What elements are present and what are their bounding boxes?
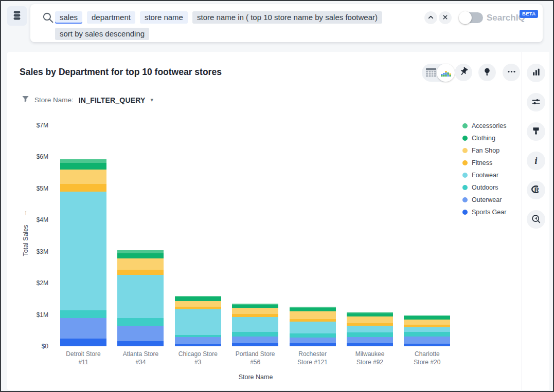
info-button[interactable]: i: [527, 152, 545, 170]
ellipsis-icon: [507, 67, 516, 78]
bar-segment[interactable]: [60, 318, 106, 339]
bar-segment[interactable]: [60, 339, 106, 346]
x-axis-title: Store Name: [60, 374, 451, 381]
legend-label: Outerwear: [472, 196, 502, 203]
legend-item[interactable]: Outdoors: [462, 181, 506, 194]
search-token[interactable]: sales: [55, 11, 82, 24]
bar-segment[interactable]: [347, 326, 393, 333]
legend-dot: [462, 123, 468, 128]
bar-segment[interactable]: [60, 170, 106, 184]
bar-segment[interactable]: [404, 332, 450, 337]
y-axis-arrow-icon: ↑: [24, 209, 28, 216]
bar-segment[interactable]: [232, 343, 278, 346]
bar-segment[interactable]: [404, 320, 450, 324]
legend-dot: [462, 136, 468, 141]
stacked-bar[interactable]: [117, 250, 164, 346]
bar-segment[interactable]: [404, 337, 450, 344]
y-tick-label: $4M: [37, 216, 48, 223]
y-tick-label: $5M: [37, 185, 48, 192]
stacked-bar[interactable]: [290, 307, 336, 346]
legend-item[interactable]: Fitness: [462, 157, 506, 169]
stacked-bar[interactable]: [60, 159, 106, 346]
collapse-search-button[interactable]: [424, 11, 437, 24]
explore-button[interactable]: [527, 210, 545, 229]
bar-segment[interactable]: [232, 332, 278, 337]
pin-button[interactable]: [455, 64, 472, 81]
bar-segment[interactable]: [117, 341, 164, 346]
view-toggle: [422, 64, 455, 82]
search-token[interactable]: store name in ( top 10 store name by sal…: [192, 11, 382, 24]
bar-segment[interactable]: [117, 275, 164, 318]
more-options-button[interactable]: [503, 64, 520, 81]
page-title: Sales by Department for top 10 footwear …: [20, 67, 222, 78]
bar-segment[interactable]: [60, 163, 106, 170]
stacked-bar[interactable]: [175, 296, 221, 346]
searchiq-toggle[interactable]: [460, 12, 483, 23]
bar-segment[interactable]: [290, 308, 336, 311]
bar-segment[interactable]: [60, 310, 106, 318]
bar-segment[interactable]: [290, 311, 336, 319]
insights-button[interactable]: [478, 64, 496, 81]
stacked-bar[interactable]: [347, 312, 393, 346]
bar-segment[interactable]: [232, 308, 278, 314]
legend-item[interactable]: Fan Shop: [462, 144, 506, 157]
legend-item[interactable]: Accessories: [462, 120, 506, 132]
chart-view-button[interactable]: [437, 64, 455, 82]
chevron-down-icon[interactable]: ▾: [151, 97, 154, 103]
style-button[interactable]: [527, 122, 545, 141]
bar-segment[interactable]: [117, 326, 164, 341]
bar-segment[interactable]: [290, 333, 336, 337]
bar-segment[interactable]: [117, 253, 164, 258]
bar-segment[interactable]: [347, 332, 393, 337]
bar-segment[interactable]: [404, 316, 450, 320]
legend-label: Fitness: [472, 159, 492, 166]
database-icon: [11, 10, 23, 23]
bar-segment[interactable]: [347, 343, 393, 346]
bar-segment[interactable]: [232, 337, 278, 343]
bar-segment[interactable]: [290, 343, 336, 346]
bar-segment[interactable]: [60, 192, 106, 310]
stacked-bar[interactable]: [232, 304, 278, 346]
search-token[interactable]: department: [87, 11, 135, 24]
legend-item[interactable]: Clothing: [462, 132, 506, 144]
toggle-knob: [459, 11, 472, 24]
bar-segment[interactable]: [232, 305, 278, 308]
bar-segment[interactable]: [347, 313, 393, 317]
bar-segment[interactable]: [60, 184, 106, 192]
bar-segment[interactable]: [117, 270, 164, 275]
bar-segment[interactable]: [404, 327, 450, 332]
bar-segment[interactable]: [290, 338, 336, 344]
bar-segment[interactable]: [117, 318, 164, 326]
legend-item[interactable]: Footwear: [462, 169, 506, 181]
legend-item[interactable]: Outerwear: [462, 194, 506, 206]
bar-segment[interactable]: [175, 344, 221, 346]
bar-segment[interactable]: [175, 301, 221, 307]
bar-segment[interactable]: [175, 297, 221, 301]
bar-segment[interactable]: [347, 337, 393, 343]
chart-config-button[interactable]: [527, 64, 545, 82]
search-token[interactable]: store name: [140, 11, 188, 24]
bar-segment[interactable]: [117, 258, 164, 270]
y-tick-label: $3M: [37, 248, 48, 255]
bar-segment[interactable]: [175, 309, 221, 335]
app-window: salesdepartmentstore namestore name in (…: [1, 1, 553, 391]
bar-segment[interactable]: [347, 316, 393, 323]
lightbulb-icon: [482, 67, 492, 78]
search-token[interactable]: sort by sales descending: [55, 28, 149, 40]
stacked-bar[interactable]: [404, 315, 450, 346]
bar-segment[interactable]: [290, 322, 336, 334]
bar-segment[interactable]: [60, 159, 106, 163]
clear-search-button[interactable]: [439, 11, 452, 24]
bar-segment[interactable]: [117, 250, 164, 254]
bar-segment[interactable]: [232, 317, 278, 332]
bar-segment[interactable]: [175, 337, 221, 344]
pin-icon: [459, 67, 469, 78]
bar-segment[interactable]: [404, 344, 450, 346]
configure-button[interactable]: [527, 93, 545, 111]
table-view-button[interactable]: [425, 68, 436, 78]
data-source-button[interactable]: [7, 6, 27, 26]
r-analysis-button[interactable]: R: [527, 181, 545, 199]
legend-item[interactable]: Sports Gear: [462, 206, 506, 218]
filter-value[interactable]: IN_FILTER_QUERY: [79, 96, 146, 104]
legend-dot: [462, 197, 468, 202]
